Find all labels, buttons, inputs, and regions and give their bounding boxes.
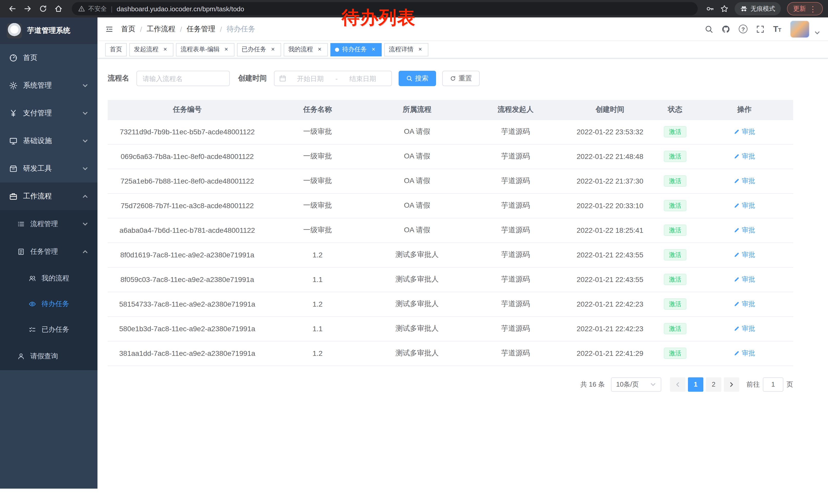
tab-close-icon[interactable]: × bbox=[162, 46, 169, 53]
tab-label: 我的流程 bbox=[288, 45, 313, 54]
task-id-cell: 8f0d1619-7ac8-11ec-a9e2-a2380e71991a bbox=[108, 242, 267, 267]
status-badge: 激活 bbox=[664, 200, 687, 211]
tab-process-form-edit[interactable]: 流程表单-编辑× bbox=[176, 43, 235, 56]
address-bar[interactable]: 不安全 | dashboard.yudao.iocoder.cn/bpm/tas… bbox=[72, 2, 698, 15]
tab-process-detail[interactable]: 流程详情× bbox=[384, 43, 428, 56]
start-date-input[interactable] bbox=[286, 75, 334, 82]
approve-link[interactable]: 审批 bbox=[734, 226, 755, 235]
process-name-input[interactable] bbox=[136, 71, 230, 86]
tab-close-icon[interactable]: × bbox=[269, 46, 277, 53]
navbar: 首页 / 工作流程 / 任务管理 / 待办任务 ? bbox=[97, 17, 828, 41]
end-date-input[interactable] bbox=[339, 75, 387, 82]
status-cell: 激活 bbox=[655, 144, 696, 169]
approve-link[interactable]: 审批 bbox=[734, 349, 755, 358]
tab-done-tasks[interactable]: 已办任务× bbox=[237, 43, 281, 56]
action-cell: 审批 bbox=[696, 242, 793, 267]
breadcrumb-workflow[interactable]: 工作流程 bbox=[147, 25, 175, 34]
page-size-select[interactable]: 10条/页 bbox=[611, 377, 661, 392]
tab-close-icon[interactable]: × bbox=[316, 46, 323, 53]
fullscreen-button[interactable] bbox=[756, 25, 764, 33]
help-icon[interactable]: ? bbox=[739, 25, 747, 33]
sidebar-item-task-mgmt[interactable]: 任务管理 bbox=[0, 238, 97, 266]
approve-link[interactable]: 审批 bbox=[734, 300, 755, 309]
sidebar-item-infrastructure[interactable]: 基础设施 bbox=[0, 127, 97, 155]
sidebar-item-payment[interactable]: 支付管理 bbox=[0, 99, 97, 127]
tab-close-icon[interactable]: × bbox=[223, 46, 230, 53]
reset-button[interactable]: 重置 bbox=[442, 71, 480, 86]
header-search-button[interactable] bbox=[705, 25, 713, 33]
search-icon bbox=[406, 75, 412, 82]
sidebar-item-todo-tasks[interactable]: 待办任务 bbox=[0, 291, 97, 317]
status-badge: 激活 bbox=[664, 175, 687, 187]
approve-label: 审批 bbox=[742, 324, 755, 333]
breadcrumb-task-mgmt[interactable]: 任务管理 bbox=[187, 25, 215, 34]
breadcrumb-home[interactable]: 首页 bbox=[121, 25, 135, 34]
page-button-2[interactable]: 2 bbox=[706, 377, 721, 392]
approve-link[interactable]: 审批 bbox=[734, 324, 755, 333]
main-area: 首页 / 工作流程 / 任务管理 / 待办任务 ? bbox=[97, 17, 828, 504]
update-button[interactable]: 更新 ⋮ bbox=[787, 2, 823, 15]
action-cell: 审批 bbox=[696, 120, 793, 144]
sidebar-item-workflow[interactable]: 工作流程 bbox=[0, 183, 97, 210]
github-button[interactable] bbox=[722, 25, 730, 33]
tab-my-process[interactable]: 我的流程× bbox=[284, 43, 328, 56]
approve-link[interactable]: 审批 bbox=[734, 201, 755, 210]
sidebar-item-leave-query[interactable]: 请假查询 bbox=[0, 342, 97, 370]
tab-home[interactable]: 首页 bbox=[105, 43, 127, 56]
menu-dots-icon[interactable]: ⋮ bbox=[809, 5, 817, 12]
approve-link[interactable]: 审批 bbox=[734, 250, 755, 260]
collapse-sidebar-button[interactable] bbox=[105, 25, 113, 33]
eye-icon bbox=[29, 301, 36, 308]
tab-todo-tasks[interactable]: 待办任务× bbox=[330, 43, 382, 56]
task-name-cell: 1.2 bbox=[267, 242, 368, 267]
sidebar-item-my-process[interactable]: 我的流程 bbox=[0, 266, 97, 291]
prev-page-button[interactable] bbox=[670, 377, 686, 392]
initiator-cell: 芋道源码 bbox=[466, 267, 565, 292]
tab-close-icon[interactable]: × bbox=[370, 46, 377, 53]
workflow-submenu: 流程管理 任务管理 我的流程 待办任务 已 bbox=[0, 210, 97, 370]
home-button[interactable] bbox=[51, 2, 66, 16]
action-cell: 审批 bbox=[696, 341, 793, 366]
avatar[interactable] bbox=[790, 20, 810, 38]
edit-icon bbox=[734, 202, 740, 209]
sidebar-item-label: 我的流程 bbox=[42, 274, 69, 283]
approve-link[interactable]: 审批 bbox=[734, 176, 755, 186]
sidebar-item-system[interactable]: 系统管理 bbox=[0, 72, 97, 99]
key-button[interactable] bbox=[706, 5, 714, 13]
task-id-cell: a6aba0a4-7b6d-11ec-b781-acde48001122 bbox=[108, 218, 267, 242]
page-size-value: 10条/页 bbox=[616, 380, 639, 389]
next-page-button[interactable] bbox=[724, 377, 739, 392]
caret-down-icon[interactable] bbox=[814, 30, 820, 38]
initiator-cell: 芋道源码 bbox=[466, 144, 565, 169]
sidebar-item-done-tasks[interactable]: 已办任务 bbox=[0, 317, 97, 342]
sidebar-item-process-mgmt[interactable]: 流程管理 bbox=[0, 210, 97, 238]
approve-link[interactable]: 审批 bbox=[734, 275, 755, 284]
sidebar-item-devtools[interactable]: 研发工具 bbox=[0, 155, 97, 183]
date-range-picker[interactable]: - bbox=[274, 71, 392, 86]
task-id-cell: 75d72608-7b7f-11ec-a3c8-acde48001122 bbox=[108, 193, 267, 218]
warning-icon bbox=[78, 5, 85, 12]
created-cell: 2022-01-21 22:41:29 bbox=[565, 341, 655, 366]
sidebar-item-home[interactable]: 首页 bbox=[0, 44, 97, 72]
refresh-icon bbox=[39, 5, 47, 13]
page-button-1[interactable]: 1 bbox=[688, 377, 703, 392]
bookmark-button[interactable] bbox=[720, 5, 729, 13]
fontsize-icon[interactable]: TT bbox=[773, 25, 781, 33]
status-badge: 激活 bbox=[664, 274, 687, 285]
app-logo[interactable]: 芋道管理系统 bbox=[0, 17, 97, 44]
task-name-cell: 一级审批 bbox=[267, 120, 368, 144]
search-button[interactable]: 搜索 bbox=[399, 71, 436, 86]
approve-link[interactable]: 审批 bbox=[734, 127, 755, 136]
page-suffix: 页 bbox=[786, 380, 793, 389]
forward-button[interactable] bbox=[20, 2, 35, 16]
goto-input[interactable] bbox=[763, 377, 783, 392]
tab-close-icon[interactable]: × bbox=[417, 46, 424, 53]
refresh-button[interactable] bbox=[36, 2, 50, 16]
tab-start-process[interactable]: 发起流程× bbox=[129, 43, 173, 56]
sidebar-item-label: 流程管理 bbox=[30, 220, 58, 229]
back-button[interactable] bbox=[5, 2, 19, 16]
sidebar-item-label: 待办任务 bbox=[42, 300, 69, 309]
chrome-toolbar-right: 无痕模式 更新 ⋮ bbox=[706, 2, 823, 15]
approve-label: 审批 bbox=[742, 349, 755, 358]
approve-link[interactable]: 审批 bbox=[734, 152, 755, 161]
